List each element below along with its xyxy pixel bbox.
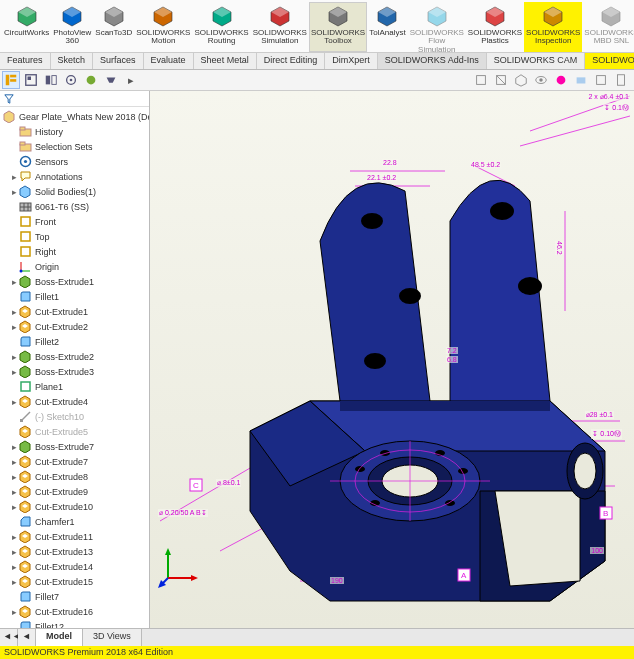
- tree-item-right[interactable]: Right: [0, 244, 149, 259]
- tree-item-front[interactable]: Front: [0, 214, 149, 229]
- ribbon-btn-photoview-360[interactable]: PhotoView 360: [51, 2, 93, 52]
- tree-item-boss-extrude1[interactable]: ▸Boss-Extrude1: [0, 274, 149, 289]
- ribbon-btn-scanto3d[interactable]: ScanTo3D: [93, 2, 134, 52]
- ribbon-btn-circuitworks[interactable]: CircuitWorks: [2, 2, 51, 52]
- tab-scroll-prev[interactable]: ◄: [18, 629, 36, 645]
- tree-item-history[interactable]: History: [0, 124, 149, 139]
- expand-toggle-icon[interactable]: ▸: [10, 532, 18, 542]
- config-manager-tab-icon[interactable]: [42, 71, 60, 89]
- expand-toggle-icon[interactable]: ▸: [10, 187, 18, 197]
- tree-item-6061-t6-ss-[interactable]: 6061-T6 (SS): [0, 199, 149, 214]
- expand-toggle-icon[interactable]: ▸: [10, 322, 18, 332]
- property-manager-tab-icon[interactable]: [22, 71, 40, 89]
- expand-toggle-icon[interactable]: ▸: [10, 172, 18, 182]
- expand-toggle-icon[interactable]: ▸: [10, 307, 18, 317]
- expand-toggle-icon[interactable]: ▸: [10, 577, 18, 587]
- expand-toggle-icon[interactable]: ▸: [10, 397, 18, 407]
- view-orient2-icon[interactable]: [492, 71, 510, 89]
- tree-item-cut-extrude16[interactable]: ▸Cut-Extrude16: [0, 604, 149, 619]
- tree-item-annotations[interactable]: ▸Annotations: [0, 169, 149, 184]
- tab-sheet-metal[interactable]: Sheet Metal: [194, 53, 257, 69]
- tree-item-fillet1[interactable]: Fillet1: [0, 289, 149, 304]
- tab-scroll-first[interactable]: ◄◄: [0, 629, 18, 645]
- tab-dimxpert[interactable]: DimXpert: [325, 53, 378, 69]
- tree-item-fillet7[interactable]: Fillet7: [0, 589, 149, 604]
- feature-tree-tab-icon[interactable]: [2, 71, 20, 89]
- tab-solidworks-cam[interactable]: SOLIDWORKS CAM: [487, 53, 586, 69]
- ribbon-btn-solidworks-toolbox[interactable]: SOLIDWORKS Toolbox: [309, 2, 367, 52]
- display-style-icon[interactable]: [512, 71, 530, 89]
- expand-toggle-icon[interactable]: ▸: [10, 457, 18, 467]
- cut-icon: [19, 560, 32, 573]
- tab-surfaces[interactable]: Surfaces: [93, 53, 144, 69]
- tree-filter-icon[interactable]: [0, 91, 149, 107]
- cam-manager-tab-icon[interactable]: [102, 71, 120, 89]
- tree-item-cut-extrude10[interactable]: ▸Cut-Extrude10: [0, 499, 149, 514]
- expand-toggle-icon[interactable]: ▸: [10, 607, 18, 617]
- tree-item-boss-extrude7[interactable]: ▸Boss-Extrude7: [0, 439, 149, 454]
- ribbon-btn-solidworks-flow-simulation[interactable]: SOLIDWORKS Flow Simulation: [408, 2, 466, 52]
- tree-item-boss-extrude2[interactable]: ▸Boss-Extrude2: [0, 349, 149, 364]
- tab-direct-editing[interactable]: Direct Editing: [257, 53, 326, 69]
- tree-item-chamfer1[interactable]: Chamfer1: [0, 514, 149, 529]
- appearance-icon[interactable]: [552, 71, 570, 89]
- tree-item-selection-sets[interactable]: Selection Sets: [0, 139, 149, 154]
- expand-toggle-icon[interactable]: ▸: [10, 547, 18, 557]
- scene-icon[interactable]: [572, 71, 590, 89]
- ribbon-btn-solidworks-simulation[interactable]: SOLIDWORKS Simulation: [251, 2, 309, 52]
- tree-item-boss-extrude3[interactable]: ▸Boss-Extrude3: [0, 364, 149, 379]
- expand-toggle-icon[interactable]: ▸: [10, 562, 18, 572]
- tab-sketch[interactable]: Sketch: [51, 53, 94, 69]
- ribbon-btn-solidworks-mbd-snl[interactable]: SOLIDWORKS MBD SNL: [582, 2, 634, 52]
- expand-toggle-icon[interactable]: ▸: [10, 442, 18, 452]
- expand-toggle-icon[interactable]: ▸: [10, 502, 18, 512]
- expand-toggle-icon[interactable]: ▸: [10, 277, 18, 287]
- graphics-viewport[interactable]: A B C 2 x ⌀6.4 ±0.1 ↧ 0.1Ⓜ 22.8 22.1 ±0.…: [150, 91, 634, 628]
- tree-item-cut-extrude8[interactable]: ▸Cut-Extrude8: [0, 469, 149, 484]
- tree-item-cut-extrude5[interactable]: Cut-Extrude5: [0, 424, 149, 439]
- tree-item-sensors[interactable]: Sensors: [0, 154, 149, 169]
- dimxpert-manager-tab-icon[interactable]: [62, 71, 80, 89]
- tree-item-solid-bodies-1-[interactable]: ▸Solid Bodies(1): [0, 184, 149, 199]
- svg-marker-46: [4, 111, 14, 123]
- ribbon-btn-solidworks-inspection[interactable]: SOLIDWORKS Inspection: [524, 2, 582, 52]
- tree-item--sketch10[interactable]: (-) Sketch10: [0, 409, 149, 424]
- expand-tab-icon[interactable]: ▸: [122, 71, 140, 89]
- model-tab[interactable]: Model: [36, 629, 83, 645]
- expand-toggle-icon[interactable]: ▸: [10, 487, 18, 497]
- tree-item-cut-extrude15[interactable]: ▸Cut-Extrude15: [0, 574, 149, 589]
- tree-item-cut-extrude1[interactable]: ▸Cut-Extrude1: [0, 304, 149, 319]
- tree-item-fillet12[interactable]: Fillet12: [0, 619, 149, 628]
- 3d-views-tab[interactable]: 3D Views: [83, 629, 142, 645]
- tab-solidworks-add-ins[interactable]: SOLIDWORKS Add-Ins: [378, 53, 487, 69]
- tree-item-cut-extrude9[interactable]: ▸Cut-Extrude9: [0, 484, 149, 499]
- ribbon-btn-solidworks-routing[interactable]: SOLIDWORKS Routing: [192, 2, 250, 52]
- tree-item-cut-extrude13[interactable]: ▸Cut-Extrude13: [0, 544, 149, 559]
- tab-evaluate[interactable]: Evaluate: [144, 53, 194, 69]
- expand-toggle-icon[interactable]: ▸: [10, 472, 18, 482]
- expand-toggle-icon[interactable]: ▸: [10, 352, 18, 362]
- tab-solidworks-inspection[interactable]: SOLIDWORKS Inspection: [585, 53, 634, 69]
- tree-item-cut-extrude11[interactable]: ▸Cut-Extrude11: [0, 529, 149, 544]
- tree-item-origin[interactable]: Origin: [0, 259, 149, 274]
- tree-item-label: Cut-Extrude4: [35, 397, 88, 407]
- ribbon-btn-tolanalyst[interactable]: TolAnalyst: [367, 2, 407, 52]
- tree-item-plane1[interactable]: Plane1: [0, 379, 149, 394]
- tree-root[interactable]: Gear Plate_Whats New 2018 (Default<: [0, 109, 149, 124]
- expand-toggle-icon[interactable]: ▸: [10, 367, 18, 377]
- view-settings2-icon[interactable]: [612, 71, 630, 89]
- tree-item-fillet2[interactable]: Fillet2: [0, 334, 149, 349]
- tab-features[interactable]: Features: [0, 53, 51, 69]
- view-orient-icon[interactable]: [472, 71, 490, 89]
- hide-show-icon[interactable]: [532, 71, 550, 89]
- tree-item-cut-extrude4[interactable]: ▸Cut-Extrude4: [0, 394, 149, 409]
- ribbon-btn-solidworks-motion[interactable]: SOLIDWORKS Motion: [134, 2, 192, 52]
- tree-item-cut-extrude2[interactable]: ▸Cut-Extrude2: [0, 319, 149, 334]
- ribbon-btn-label: SOLIDWORKS Inspection: [526, 29, 580, 46]
- tree-item-cut-extrude14[interactable]: ▸Cut-Extrude14: [0, 559, 149, 574]
- tree-item-top[interactable]: Top: [0, 229, 149, 244]
- tree-item-cut-extrude7[interactable]: ▸Cut-Extrude7: [0, 454, 149, 469]
- ribbon-btn-solidworks-plastics[interactable]: SOLIDWORKS Plastics: [466, 2, 524, 52]
- display-manager-tab-icon[interactable]: [82, 71, 100, 89]
- view-settings-icon[interactable]: [592, 71, 610, 89]
